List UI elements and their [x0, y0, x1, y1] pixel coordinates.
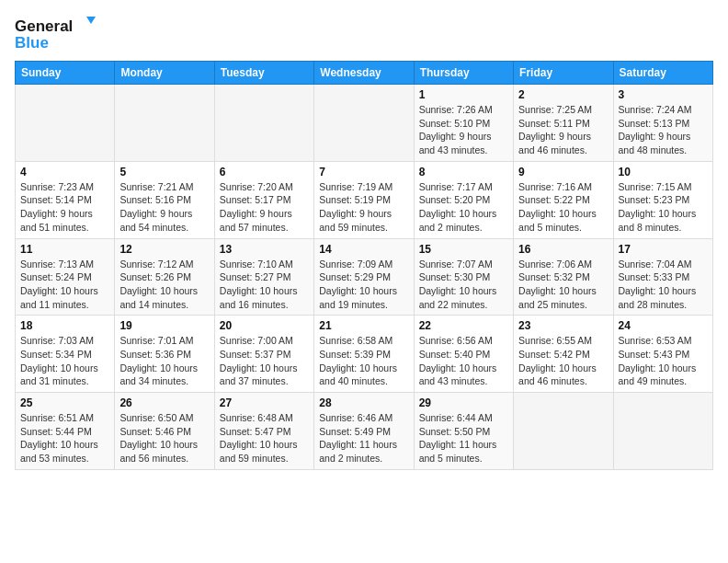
day-number: 25: [20, 396, 109, 409]
calendar-day-cell: 6Sunrise: 7:20 AMSunset: 5:17 PMDaylight…: [214, 161, 313, 238]
weekday-header-cell: Monday: [115, 62, 214, 85]
day-number: 29: [419, 396, 508, 409]
day-number: 4: [20, 166, 109, 178]
day-number: 5: [119, 166, 209, 178]
calendar-table: SundayMondayTuesdayWednesdayThursdayFrid…: [15, 61, 713, 470]
day-number: 18: [20, 319, 109, 332]
day-number: 2: [518, 88, 608, 101]
day-number: 15: [419, 243, 508, 256]
calendar-day-cell: 7Sunrise: 7:19 AMSunset: 5:19 PMDaylight…: [314, 161, 414, 238]
day-number: 16: [518, 243, 608, 256]
calendar-day-cell: 3Sunrise: 7:24 AMSunset: 5:13 PMDaylight…: [613, 85, 712, 162]
day-info: Sunrise: 7:26 AMSunset: 5:10 PMDaylight:…: [419, 103, 508, 157]
day-info: Sunrise: 7:20 AMSunset: 5:17 PMDaylight:…: [220, 180, 309, 235]
day-info: Sunrise: 6:48 AMSunset: 5:47 PMDaylight:…: [220, 411, 309, 465]
calendar-day-cell: 13Sunrise: 7:10 AMSunset: 5:27 PMDayligh…: [214, 238, 313, 316]
day-info: Sunrise: 6:58 AMSunset: 5:39 PMDaylight:…: [319, 334, 408, 388]
day-number: 8: [419, 166, 508, 178]
day-info: Sunrise: 6:44 AMSunset: 5:50 PMDaylight:…: [419, 411, 508, 465]
day-info: Sunrise: 6:56 AMSunset: 5:40 PMDaylight:…: [419, 334, 508, 388]
day-number: 22: [419, 319, 508, 332]
day-number: 6: [220, 166, 309, 178]
calendar-day-cell: 17Sunrise: 7:04 AMSunset: 5:33 PMDayligh…: [613, 238, 712, 316]
calendar-day-cell: [514, 393, 613, 470]
day-number: 23: [518, 319, 608, 332]
day-info: Sunrise: 7:12 AMSunset: 5:26 PMDaylight:…: [119, 258, 209, 312]
svg-text:Blue: Blue: [15, 34, 49, 52]
calendar-week-row: 4Sunrise: 7:23 AMSunset: 5:14 PMDaylight…: [16, 161, 713, 238]
day-number: 7: [319, 166, 408, 178]
day-info: Sunrise: 7:25 AMSunset: 5:11 PMDaylight:…: [518, 103, 608, 157]
day-info: Sunrise: 7:04 AMSunset: 5:33 PMDaylight:…: [619, 258, 708, 312]
svg-marker-1: [86, 17, 96, 24]
day-info: Sunrise: 7:06 AMSunset: 5:32 PMDaylight:…: [518, 258, 608, 312]
calendar-week-row: 1Sunrise: 7:26 AMSunset: 5:10 PMDaylight…: [16, 85, 713, 162]
calendar-day-cell: 12Sunrise: 7:12 AMSunset: 5:26 PMDayligh…: [115, 238, 214, 316]
day-info: Sunrise: 6:51 AMSunset: 5:44 PMDaylight:…: [20, 411, 109, 465]
day-number: 19: [119, 319, 209, 332]
calendar-day-cell: 9Sunrise: 7:16 AMSunset: 5:22 PMDaylight…: [514, 161, 613, 238]
weekday-header-cell: Thursday: [414, 62, 513, 85]
calendar-day-cell: [613, 393, 712, 470]
day-info: Sunrise: 6:53 AMSunset: 5:43 PMDaylight:…: [619, 334, 708, 388]
day-info: Sunrise: 7:01 AMSunset: 5:36 PMDaylight:…: [119, 334, 209, 388]
calendar-day-cell: 15Sunrise: 7:07 AMSunset: 5:30 PMDayligh…: [414, 238, 513, 316]
day-number: 21: [319, 319, 408, 332]
day-number: 14: [319, 243, 408, 256]
day-number: 12: [119, 243, 209, 256]
calendar-day-cell: 20Sunrise: 7:00 AMSunset: 5:37 PMDayligh…: [214, 316, 313, 393]
calendar-day-cell: 8Sunrise: 7:17 AMSunset: 5:20 PMDaylight…: [414, 161, 513, 238]
day-number: 1: [419, 88, 508, 101]
calendar-day-cell: 14Sunrise: 7:09 AMSunset: 5:29 PMDayligh…: [314, 238, 414, 316]
day-number: 26: [119, 396, 209, 409]
day-number: 28: [319, 396, 408, 409]
day-info: Sunrise: 7:10 AMSunset: 5:27 PMDaylight:…: [220, 258, 309, 312]
calendar-day-cell: [314, 85, 414, 162]
calendar-day-cell: 10Sunrise: 7:15 AMSunset: 5:23 PMDayligh…: [613, 161, 712, 238]
calendar-day-cell: 11Sunrise: 7:13 AMSunset: 5:24 PMDayligh…: [16, 238, 115, 316]
weekday-header-cell: Saturday: [613, 62, 712, 85]
calendar-day-cell: 23Sunrise: 6:55 AMSunset: 5:42 PMDayligh…: [514, 316, 613, 393]
day-info: Sunrise: 7:21 AMSunset: 5:16 PMDaylight:…: [119, 180, 209, 235]
day-number: 27: [220, 396, 309, 409]
day-number: 3: [619, 88, 708, 101]
day-info: Sunrise: 7:09 AMSunset: 5:29 PMDaylight:…: [319, 258, 408, 312]
calendar-week-row: 18Sunrise: 7:03 AMSunset: 5:34 PMDayligh…: [16, 316, 713, 393]
day-number: 11: [20, 243, 109, 256]
calendar-day-cell: 18Sunrise: 7:03 AMSunset: 5:34 PMDayligh…: [16, 316, 115, 393]
calendar-day-cell: 27Sunrise: 6:48 AMSunset: 5:47 PMDayligh…: [214, 393, 313, 470]
day-info: Sunrise: 7:16 AMSunset: 5:22 PMDaylight:…: [518, 180, 608, 235]
weekday-header-cell: Sunday: [16, 62, 115, 85]
svg-text:General: General: [15, 17, 73, 35]
calendar-day-cell: 29Sunrise: 6:44 AMSunset: 5:50 PMDayligh…: [414, 393, 513, 470]
calendar-day-cell: 21Sunrise: 6:58 AMSunset: 5:39 PMDayligh…: [314, 316, 414, 393]
calendar-day-cell: 2Sunrise: 7:25 AMSunset: 5:11 PMDaylight…: [514, 85, 613, 162]
calendar-day-cell: [214, 85, 313, 162]
calendar-day-cell: 28Sunrise: 6:46 AMSunset: 5:49 PMDayligh…: [314, 393, 414, 470]
day-info: Sunrise: 6:46 AMSunset: 5:49 PMDaylight:…: [319, 411, 408, 465]
day-info: Sunrise: 6:55 AMSunset: 5:42 PMDaylight:…: [518, 334, 608, 388]
day-info: Sunrise: 6:50 AMSunset: 5:46 PMDaylight:…: [119, 411, 209, 465]
logo-svg: General Blue: [15, 15, 97, 53]
page-header: General Blue: [15, 15, 713, 53]
day-info: Sunrise: 7:00 AMSunset: 5:37 PMDaylight:…: [220, 334, 309, 388]
calendar-day-cell: [115, 85, 214, 162]
day-info: Sunrise: 7:07 AMSunset: 5:30 PMDaylight:…: [419, 258, 508, 312]
day-info: Sunrise: 7:15 AMSunset: 5:23 PMDaylight:…: [619, 180, 708, 235]
calendar-week-row: 11Sunrise: 7:13 AMSunset: 5:24 PMDayligh…: [16, 238, 713, 316]
calendar-day-cell: 22Sunrise: 6:56 AMSunset: 5:40 PMDayligh…: [414, 316, 513, 393]
calendar-day-cell: 1Sunrise: 7:26 AMSunset: 5:10 PMDaylight…: [414, 85, 513, 162]
weekday-header-cell: Wednesday: [314, 62, 414, 85]
weekday-header-row: SundayMondayTuesdayWednesdayThursdayFrid…: [16, 62, 713, 85]
day-number: 13: [220, 243, 309, 256]
day-info: Sunrise: 7:23 AMSunset: 5:14 PMDaylight:…: [20, 180, 109, 235]
calendar-day-cell: 25Sunrise: 6:51 AMSunset: 5:44 PMDayligh…: [16, 393, 115, 470]
weekday-header-cell: Friday: [514, 62, 613, 85]
day-info: Sunrise: 7:17 AMSunset: 5:20 PMDaylight:…: [419, 180, 508, 235]
day-number: 9: [518, 166, 608, 178]
calendar-day-cell: 19Sunrise: 7:01 AMSunset: 5:36 PMDayligh…: [115, 316, 214, 393]
day-info: Sunrise: 7:13 AMSunset: 5:24 PMDaylight:…: [20, 258, 109, 312]
calendar-day-cell: 4Sunrise: 7:23 AMSunset: 5:14 PMDaylight…: [16, 161, 115, 238]
day-number: 20: [220, 319, 309, 332]
calendar-day-cell: 16Sunrise: 7:06 AMSunset: 5:32 PMDayligh…: [514, 238, 613, 316]
